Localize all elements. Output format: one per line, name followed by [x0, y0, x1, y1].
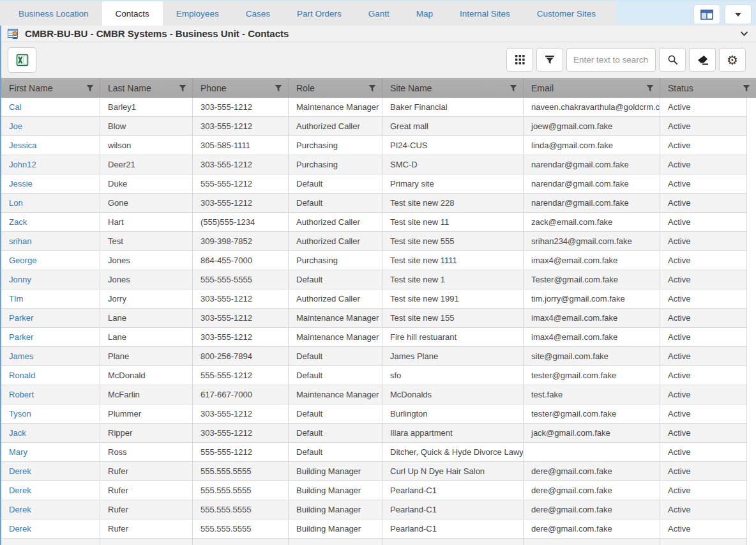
column-header-role[interactable]: Role	[289, 78, 382, 98]
cell-last-name: Blow	[100, 117, 193, 136]
contact-link[interactable]: Derek	[9, 505, 31, 514]
column-filter-icon[interactable]	[368, 84, 376, 92]
tab-gantt[interactable]: Gantt	[355, 1, 403, 26]
cell-last-name: Jones	[100, 270, 193, 289]
contact-link[interactable]: Cal	[9, 102, 22, 112]
contact-link[interactable]: Jonny	[9, 275, 31, 284]
table-row[interactable]: JamesPlane800-256-7894DefaultJames Plane…	[1, 347, 756, 366]
contact-link[interactable]: Robert	[9, 390, 34, 399]
contact-link[interactable]: Derek	[9, 524, 31, 533]
chevron-down-icon	[740, 31, 748, 36]
table-row[interactable]: DerekRufer555.555.5555Building ManagerPe…	[1, 519, 756, 539]
contact-link[interactable]: Derek	[9, 466, 31, 476]
row-gutter	[747, 155, 756, 174]
contact-link[interactable]: James	[9, 351, 33, 361]
export-excel-button[interactable]	[8, 47, 36, 73]
filter-funnel-icon	[545, 55, 555, 65]
column-filter-icon[interactable]	[646, 84, 654, 92]
column-filter-icon[interactable]	[743, 84, 750, 92]
cell-first-name: Mary	[1, 443, 100, 462]
tab-map[interactable]: Map	[403, 1, 446, 26]
cell-role: Authorized Caller	[289, 289, 382, 309]
table-row[interactable]: TImJorry303-555-1212Authorized CallerTes…	[1, 289, 756, 309]
cell-status: Active	[660, 424, 747, 443]
contact-link[interactable]: Jessica	[9, 141, 36, 150]
cell-role: Authorized Caller	[289, 117, 382, 136]
column-header-site-name[interactable]: Site Name	[382, 78, 524, 98]
cell-status: Active	[660, 155, 747, 174]
column-filter-icon[interactable]	[86, 84, 94, 92]
table-row[interactable]: RobertMcFarlin617-667-7000Maintenance Ma…	[1, 385, 756, 404]
table-row[interactable]: JessieDuke555-555-1212DefaultPrimary sit…	[1, 174, 756, 194]
table-row[interactable]: ZackHart(555)555-1234Authorized CallerTe…	[1, 213, 756, 232]
table-row[interactable]: JackRipper303-555-1212DefaultIllara appa…	[1, 424, 756, 443]
contact-link[interactable]: Parker	[9, 332, 33, 342]
row-gutter	[747, 424, 756, 443]
column-header-email[interactable]: Email	[524, 78, 660, 98]
contact-link[interactable]: Parker	[9, 313, 33, 323]
contact-link[interactable]: Joe	[9, 121, 22, 131]
table-row[interactable]: JOHNSamuel303-555-1212DefaultTesting Sit…	[1, 539, 756, 545]
tab-part-orders[interactable]: Part Orders	[284, 1, 355, 26]
contact-link[interactable]: Ronald	[9, 371, 35, 380]
column-filter-icon[interactable]	[179, 84, 186, 92]
contact-link[interactable]: srihan	[9, 236, 31, 246]
search-input[interactable]	[566, 48, 656, 72]
contact-link[interactable]: Mary	[9, 447, 27, 457]
tab-internal-sites[interactable]: Internal Sites	[446, 1, 524, 26]
contact-link[interactable]: Jessie	[9, 179, 33, 188]
tab-customer-sites[interactable]: Customer Sites	[524, 1, 609, 26]
table-row[interactable]: Jessicawilson305-585-1111PurchasingPI24-…	[1, 136, 756, 155]
column-filter-icon[interactable]	[275, 84, 282, 92]
contact-link[interactable]: Zack	[9, 217, 27, 227]
row-gutter	[747, 232, 756, 251]
tab-contacts[interactable]: Contacts	[102, 1, 163, 26]
table-row[interactable]: LonGone303-555-1212DefaultTest site new …	[1, 194, 756, 213]
contact-link[interactable]: Tyson	[9, 409, 31, 418]
column-header-first-name[interactable]: First Name	[1, 78, 100, 98]
filter-builder-button[interactable]	[536, 48, 563, 72]
column-filter-icon[interactable]	[510, 84, 517, 92]
clear-filter-button[interactable]	[689, 48, 716, 72]
table-row[interactable]: ParkerLane303-555-1212Maintenance Manage…	[1, 309, 756, 328]
table-row[interactable]: GeorgeJones864-455-7000PurchasingTest si…	[1, 251, 756, 270]
table-row[interactable]: DerekRufer555.555.5555Building ManagerPe…	[1, 481, 756, 500]
cell-phone: 303-555-1212	[193, 539, 289, 545]
search-button[interactable]	[659, 48, 686, 72]
contact-link[interactable]: Lon	[9, 198, 23, 208]
column-header-last-name[interactable]: Last Name	[100, 78, 193, 98]
tab-business-location[interactable]: Business Location	[5, 1, 102, 26]
table-row[interactable]: JonnyJones555-555-5555DefaultTest site n…	[1, 270, 756, 289]
collapse-panel-button[interactable]	[740, 31, 748, 36]
table-row[interactable]: MaryRoss555-555-1212DefaultDitcher, Quic…	[1, 443, 756, 462]
contact-link[interactable]: Jack	[9, 428, 26, 438]
table-row[interactable]: RonaldMcDonald555-555-1212Defaultsfotest…	[1, 366, 756, 385]
tab-cases[interactable]: Cases	[232, 1, 284, 26]
column-header-phone[interactable]: Phone	[193, 78, 289, 98]
cell-phone: 555.555.5555	[193, 462, 289, 481]
tab-employees[interactable]: Employees	[163, 1, 232, 26]
table-row[interactable]: srihanTest309-398-7852Authorized CallerT…	[1, 232, 756, 251]
table-row[interactable]: TysonPlummer303-555-1212DefaultBurlingto…	[1, 404, 756, 424]
table-row[interactable]: ParkerLane303-555-1212Maintenance Manage…	[1, 328, 756, 347]
table-row[interactable]: John12Deer21303-555-1212PurchasingSMC-Dn…	[1, 155, 756, 174]
cell-last-name: McFarlin	[100, 385, 193, 404]
contact-link[interactable]: George	[9, 256, 36, 265]
cell-email: test.fake	[524, 385, 660, 404]
contact-link[interactable]: TIm	[9, 294, 23, 303]
table-row[interactable]: CalBarley1303-555-1212Maintenance Manage…	[1, 98, 756, 117]
column-header-status[interactable]: Status	[660, 78, 756, 98]
table-row[interactable]: JoeBlow303-555-1212Authorized CallerGrea…	[1, 117, 756, 136]
contact-link[interactable]: John12	[9, 160, 36, 169]
contact-link[interactable]: Derek	[9, 486, 31, 495]
cell-last-name: wilson	[100, 136, 193, 155]
column-chooser-button[interactable]	[506, 48, 533, 72]
cell-site-name: Fire hill restuarant	[382, 328, 524, 347]
cell-status: Active	[660, 194, 747, 213]
settings-button[interactable]: ⚙	[719, 48, 746, 72]
table-row[interactable]: DerekRufer555.555.5555Building ManagerCu…	[1, 462, 756, 481]
table-row[interactable]: DerekRufer555.555.5555Building ManagerPe…	[1, 500, 756, 519]
row-gutter	[747, 194, 756, 213]
column-layout-button[interactable]	[693, 4, 720, 24]
tab-overflow-button[interactable]	[725, 4, 752, 24]
